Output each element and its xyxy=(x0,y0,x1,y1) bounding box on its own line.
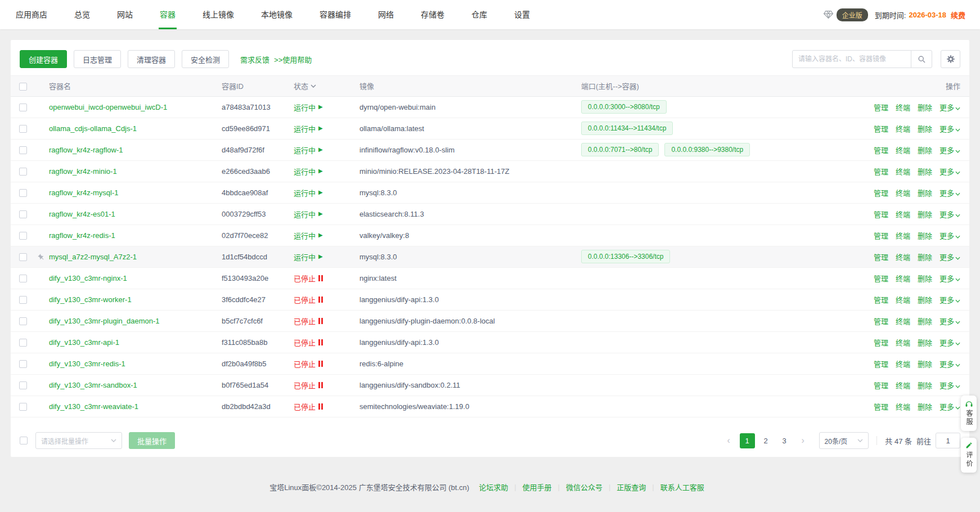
manage-action[interactable]: 管理 xyxy=(874,210,888,219)
terminal-action[interactable]: 终端 xyxy=(896,104,910,112)
clean-containers-button[interactable]: 清理容器 xyxy=(128,50,175,68)
footer-link[interactable]: 联系人工客服 xyxy=(660,482,704,492)
more-action[interactable]: 更多 xyxy=(939,210,960,219)
status-filter[interactable]: 状态 xyxy=(294,82,316,91)
delete-action[interactable]: 删除 xyxy=(918,125,932,133)
row-checkbox[interactable] xyxy=(19,317,27,325)
search-button[interactable] xyxy=(911,50,932,68)
delete-action[interactable]: 删除 xyxy=(918,381,932,390)
container-name-link[interactable]: ragflow_kr4z-ragflow-1 xyxy=(49,146,123,154)
feedback-link[interactable]: 需求反馈 xyxy=(240,54,269,65)
more-action[interactable]: 更多 xyxy=(939,168,960,176)
nav-item[interactable]: 网络 xyxy=(377,0,395,29)
customer-service-button[interactable]: 客服 xyxy=(961,396,977,431)
nav-item[interactable]: 容器 xyxy=(159,0,177,29)
terminal-action[interactable]: 终端 xyxy=(896,424,910,425)
manage-action[interactable]: 管理 xyxy=(874,189,888,197)
terminal-action[interactable]: 终端 xyxy=(896,168,910,176)
log-management-button[interactable]: 日志管理 xyxy=(74,50,121,68)
container-name-link[interactable]: dify_v130_c3mr-sandbox-1 xyxy=(49,381,137,389)
container-name-link[interactable]: ragflow_kr4z-minio-1 xyxy=(49,167,117,176)
delete-action[interactable]: 删除 xyxy=(918,104,932,112)
delete-action[interactable]: 删除 xyxy=(918,296,932,304)
delete-action[interactable]: 删除 xyxy=(918,275,932,283)
footer-link[interactable]: 使用手册 xyxy=(523,482,552,492)
select-all-checkbox[interactable] xyxy=(19,83,27,91)
delete-action[interactable]: 删除 xyxy=(918,317,932,326)
nav-item[interactable]: 线上镜像 xyxy=(201,0,235,29)
row-checkbox[interactable] xyxy=(19,381,27,389)
page-button-2[interactable]: 2 xyxy=(758,433,774,448)
create-container-button[interactable]: 创建容器 xyxy=(20,50,67,68)
nav-item[interactable]: 应用商店 xyxy=(15,0,48,29)
row-checkbox[interactable] xyxy=(19,339,27,347)
nav-item[interactable]: 网站 xyxy=(116,0,134,29)
more-action[interactable]: 更多 xyxy=(939,317,960,326)
delete-action[interactable]: 删除 xyxy=(918,339,932,347)
more-action[interactable]: 更多 xyxy=(939,360,960,369)
manage-action[interactable]: 管理 xyxy=(874,125,888,133)
next-page-button[interactable]: › xyxy=(795,433,811,448)
review-button[interactable]: 评价 xyxy=(961,438,977,473)
manage-action[interactable]: 管理 xyxy=(874,232,888,240)
row-checkbox[interactable] xyxy=(19,253,27,261)
settings-button[interactable] xyxy=(941,50,960,68)
terminal-action[interactable]: 终端 xyxy=(896,275,910,283)
row-checkbox[interactable] xyxy=(19,125,27,133)
page-size-select[interactable]: 20条/页 xyxy=(819,432,869,449)
nav-item[interactable]: 容器编排 xyxy=(318,0,352,29)
terminal-action[interactable]: 终端 xyxy=(896,403,910,411)
renew-link[interactable]: 续费 xyxy=(951,10,965,20)
container-name-link[interactable]: dify_v130_c3mr-api-1 xyxy=(49,338,119,347)
row-checkbox[interactable] xyxy=(19,275,27,282)
row-checkbox[interactable] xyxy=(19,232,27,240)
delete-action[interactable]: 删除 xyxy=(918,189,932,197)
container-name-link[interactable]: dify_v130_c3mr-weaviate-1 xyxy=(49,402,138,411)
container-name-link[interactable]: dify_v130_c3mr-plugin_daemon-1 xyxy=(49,317,160,325)
nav-item[interactable]: 存储卷 xyxy=(420,0,446,29)
footer-link[interactable]: 论坛求助 xyxy=(479,482,508,492)
page-button-3[interactable]: 3 xyxy=(777,433,792,448)
help-link[interactable]: >>使用帮助 xyxy=(274,54,312,65)
more-action[interactable]: 更多 xyxy=(939,424,960,425)
row-checkbox[interactable] xyxy=(19,296,27,304)
delete-action[interactable]: 删除 xyxy=(918,403,932,411)
search-input[interactable] xyxy=(792,50,911,68)
footer-link[interactable]: 正版查询 xyxy=(617,482,646,492)
nav-item[interactable]: 本地镜像 xyxy=(260,0,294,29)
terminal-action[interactable]: 终端 xyxy=(896,189,910,197)
terminal-action[interactable]: 终端 xyxy=(896,339,910,347)
container-name-link[interactable]: dify_v130_c3mr-redis-1 xyxy=(49,360,125,368)
manage-action[interactable]: 管理 xyxy=(874,296,888,304)
delete-action[interactable]: 删除 xyxy=(918,424,932,425)
manage-action[interactable]: 管理 xyxy=(874,253,888,262)
manage-action[interactable]: 管理 xyxy=(874,339,888,347)
container-name-link[interactable]: ollama_cdjs-ollama_Cdjs-1 xyxy=(49,124,137,133)
prev-page-button[interactable]: ‹ xyxy=(721,433,736,448)
container-name-link[interactable]: ragflow_kr4z-es01-1 xyxy=(49,210,115,218)
manage-action[interactable]: 管理 xyxy=(874,403,888,411)
container-name-link[interactable]: dify_v130_c3mr-web-1 xyxy=(49,424,123,425)
delete-action[interactable]: 删除 xyxy=(918,360,932,369)
manage-action[interactable]: 管理 xyxy=(874,168,888,176)
terminal-action[interactable]: 终端 xyxy=(896,381,910,390)
terminal-action[interactable]: 终端 xyxy=(896,253,910,262)
more-action[interactable]: 更多 xyxy=(939,232,960,240)
terminal-action[interactable]: 终端 xyxy=(896,317,910,326)
manage-action[interactable]: 管理 xyxy=(874,381,888,390)
delete-action[interactable]: 删除 xyxy=(918,146,932,155)
container-name-link[interactable]: dify_v130_c3mr-worker-1 xyxy=(49,295,132,304)
more-action[interactable]: 更多 xyxy=(939,146,960,155)
manage-action[interactable]: 管理 xyxy=(874,360,888,369)
row-checkbox[interactable] xyxy=(19,104,27,111)
container-name-link[interactable]: mysql_a7z2-mysql_A7z2-1 xyxy=(49,253,137,261)
row-checkbox[interactable] xyxy=(19,168,27,176)
terminal-action[interactable]: 终端 xyxy=(896,125,910,133)
more-action[interactable]: 更多 xyxy=(939,275,960,283)
delete-action[interactable]: 删除 xyxy=(918,253,932,262)
manage-action[interactable]: 管理 xyxy=(874,424,888,425)
nav-item[interactable]: 仓库 xyxy=(470,0,488,29)
nav-item[interactable]: 总览 xyxy=(73,0,91,29)
row-checkbox[interactable] xyxy=(19,210,27,218)
delete-action[interactable]: 删除 xyxy=(918,210,932,219)
